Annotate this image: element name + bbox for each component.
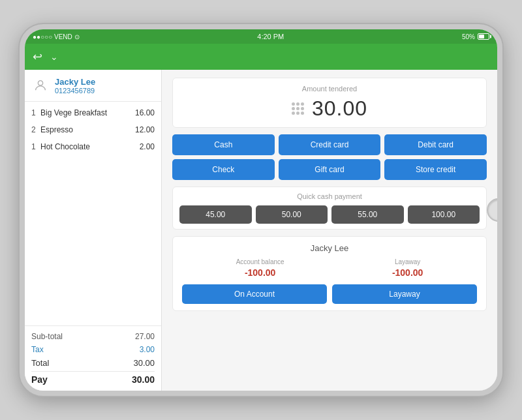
total-value: 30.00 <box>133 358 155 368</box>
account-balances: Account balance -100.00 Layaway -100.00 <box>182 258 477 278</box>
battery-percent: 50% <box>462 33 475 40</box>
item-qty-1: 1 <box>31 108 40 117</box>
layaway-balance-item: Layaway -100.00 <box>392 258 423 278</box>
subtotal-label: Sub-total <box>31 332 63 341</box>
layaway-value: -100.00 <box>392 267 423 278</box>
total-label: Total <box>31 358 49 368</box>
account-balance-value: -100.00 <box>236 267 284 278</box>
battery-icon <box>478 33 489 40</box>
amount-tendered-section: Amount tendered 30.00 <box>172 78 487 128</box>
debit-card-button[interactable]: Debit card <box>384 134 487 155</box>
account-balance-label: Account balance <box>236 258 284 265</box>
tax-value: 3.00 <box>140 345 155 354</box>
order-item[interactable]: 1 Hot Chocolate 2.00 <box>25 138 161 155</box>
left-panel: Jacky Lee 0123456789 1 Big Vege Breakfas… <box>25 70 162 391</box>
tax-label: Tax <box>31 345 44 354</box>
battery-fill <box>479 35 484 38</box>
customer-phone: 0123456789 <box>55 87 95 95</box>
qc-btn-100[interactable]: 100.00 <box>408 205 480 224</box>
qc-btn-55[interactable]: 55.00 <box>331 205 404 224</box>
pay-value: 30.00 <box>132 374 155 385</box>
customer-row[interactable]: Jacky Lee 0123456789 <box>25 70 161 102</box>
quick-cash-section: Quick cash payment 45.00 50.00 55.00 100… <box>172 187 487 230</box>
keypad-icon <box>292 102 304 115</box>
store-credit-button[interactable]: Store credit <box>384 159 487 180</box>
customer-info: Jacky Lee 0123456789 <box>55 77 95 95</box>
gift-card-button[interactable]: Gift card <box>279 159 381 180</box>
status-right: 50% <box>462 33 489 40</box>
item-qty-3: 1 <box>31 142 40 151</box>
amount-label: Amount tendered <box>182 85 477 93</box>
dropdown-button[interactable]: ⌄ <box>50 52 58 62</box>
main-content: Jacky Lee 0123456789 1 Big Vege Breakfas… <box>25 70 497 391</box>
total-row: Total 30.00 <box>31 356 155 370</box>
subtotal-row: Sub-total 27.00 <box>31 330 155 343</box>
status-left: ●●○○○ VEND ⊙ <box>33 33 80 40</box>
payment-methods: Cash Credit card Debit card Check Gift c… <box>172 134 487 180</box>
item-name-2: Espresso <box>40 125 135 134</box>
credit-card-button[interactable]: Credit card <box>279 134 381 155</box>
order-item[interactable]: 1 Big Vege Breakfast 16.00 <box>25 104 161 121</box>
cash-button[interactable]: Cash <box>172 134 275 155</box>
customer-avatar-icon <box>31 76 50 95</box>
amount-display: 30.00 <box>182 97 477 121</box>
status-time: 4:20 PM <box>257 33 284 40</box>
on-account-button[interactable]: On Account <box>182 284 327 304</box>
layaway-label: Layaway <box>392 258 423 265</box>
amount-value: 30.00 <box>312 97 367 121</box>
qc-btn-50[interactable]: 50.00 <box>256 205 328 224</box>
svg-point-0 <box>38 81 42 85</box>
layaway-button[interactable]: Layaway <box>332 284 477 304</box>
status-bar: ●●○○○ VEND ⊙ 4:20 PM 50% <box>25 29 497 44</box>
item-price-3: 2.00 <box>140 142 155 151</box>
item-price-1: 16.00 <box>135 108 155 117</box>
order-items-list: 1 Big Vege Breakfast 16.00 2 Espresso 12… <box>25 102 161 325</box>
pay-row: Pay 30.00 <box>31 371 155 387</box>
item-name-3: Hot Chocolate <box>40 142 140 151</box>
order-item[interactable]: 2 Espresso 12.00 <box>25 121 161 138</box>
item-price-2: 12.00 <box>135 125 155 134</box>
pay-label: Pay <box>31 374 48 385</box>
status-carrier: ●●○○○ VEND ⊙ <box>33 33 80 40</box>
account-section: Jacky Lee Account balance -100.00 Layawa… <box>172 236 487 311</box>
item-name-1: Big Vege Breakfast <box>40 108 135 117</box>
item-qty-2: 2 <box>31 125 40 134</box>
customer-name: Jacky Lee <box>55 77 95 87</box>
side-button <box>20 160 21 173</box>
right-panel: Amount tendered 30.00 <box>162 70 497 391</box>
order-summary: Sub-total 27.00 Tax 3.00 Total 30.00 Pay… <box>25 325 161 391</box>
check-button[interactable]: Check <box>172 159 275 180</box>
quick-cash-label: Quick cash payment <box>179 192 480 200</box>
qc-btn-45[interactable]: 45.00 <box>179 205 252 224</box>
account-customer-name: Jacky Lee <box>182 243 477 253</box>
back-button[interactable]: ↩ <box>33 50 42 64</box>
nav-bar: ↩ ⌄ <box>25 44 497 70</box>
account-actions: On Account Layaway <box>182 284 477 304</box>
quick-cash-buttons: 45.00 50.00 55.00 100.00 <box>179 205 480 224</box>
ipad-frame: ●●○○○ VEND ⊙ 4:20 PM 50% ↩ ⌄ <box>20 24 502 396</box>
account-balance-item: Account balance -100.00 <box>236 258 284 278</box>
subtotal-value: 27.00 <box>135 332 155 341</box>
tax-row: Tax 3.00 <box>31 343 155 356</box>
